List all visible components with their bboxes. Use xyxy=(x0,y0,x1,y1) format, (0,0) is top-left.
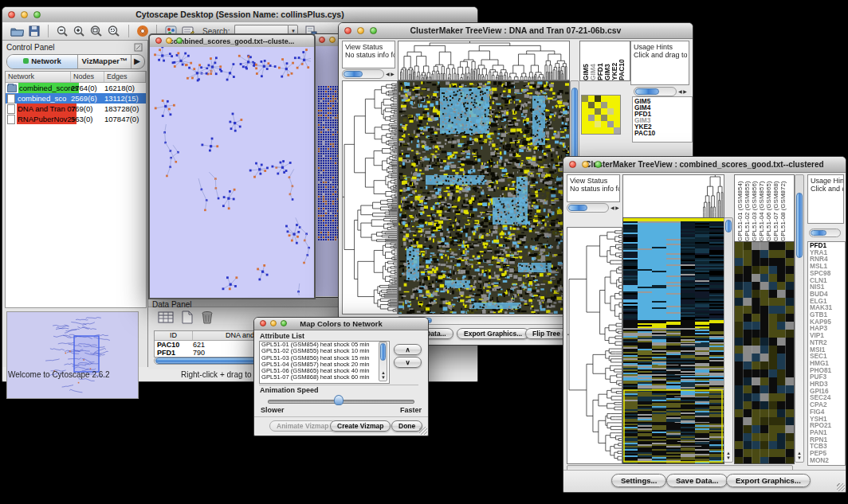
network-overview-panel[interactable] xyxy=(6,311,139,399)
attribute-listbox[interactable]: GPL51-01 (GSM854) heat shock 05 minGPL51… xyxy=(259,341,390,384)
tv1-status-scroll-arrows[interactable]: ◀ ▶ xyxy=(386,72,395,76)
new-attribute-icon[interactable] xyxy=(181,311,194,324)
tv2-zoom-heatmap[interactable] xyxy=(734,241,795,464)
done-button[interactable]: Done xyxy=(391,420,422,432)
slower-label: Slower xyxy=(261,406,285,414)
zoom-in-icon[interactable] xyxy=(73,25,85,37)
attribute-scroll-thumb[interactable] xyxy=(380,343,386,361)
minimize-button[interactable] xyxy=(357,27,364,34)
tv2-settings-button[interactable]: Settings... xyxy=(611,474,666,487)
tv2-global-heatmap[interactable] xyxy=(622,217,724,464)
close-button[interactable] xyxy=(569,161,576,168)
matrix-cell xyxy=(595,127,601,134)
column-label: GPL51-03 (GSM856) xyxy=(751,175,758,241)
tv2-button-bar: Settings... Save Data... Export Graphics… xyxy=(563,470,846,492)
float-panel-icon[interactable] xyxy=(134,43,143,52)
tv1-global-heatmap[interactable] xyxy=(398,80,570,315)
network-list-row[interactable]: RNAPuberNov2+563(0)107847(0) xyxy=(6,114,146,124)
matrix-cell xyxy=(607,127,614,134)
tab-network[interactable]: Network xyxy=(7,55,78,68)
zoom-out-icon[interactable] xyxy=(57,25,69,37)
minimize-button[interactable] xyxy=(270,320,277,326)
matrix-cell xyxy=(582,108,588,115)
zoom-button[interactable] xyxy=(33,11,41,18)
tv1-column-labels[interactable]: GIM5GIM4PFD1GIM3YKE2PAC10 xyxy=(579,41,630,81)
tab-overflow-arrow[interactable]: ▶ xyxy=(132,55,143,68)
folder-icon xyxy=(7,84,17,92)
matrix-cell xyxy=(607,102,614,108)
zoom-button[interactable] xyxy=(595,161,602,168)
close-button[interactable] xyxy=(344,27,351,34)
zoom-button[interactable] xyxy=(281,320,287,326)
network-list-row[interactable]: combined_sco2569(6)13112(15) xyxy=(6,93,146,104)
tv2-column-dendrogram[interactable] xyxy=(622,174,724,219)
zoom-button[interactable] xyxy=(176,37,183,44)
tab-vizmapper[interactable]: VizMapper™ xyxy=(78,55,132,68)
zoom-selected-icon[interactable] xyxy=(108,25,120,37)
tv2-zoom-vscrollbar[interactable]: ▲▼ xyxy=(795,174,804,463)
minimize-button[interactable] xyxy=(21,11,28,18)
minimize-button[interactable] xyxy=(166,37,172,44)
network-list-header[interactable]: Network Nodes Edges xyxy=(6,72,146,83)
move-down-button[interactable]: ∨ xyxy=(394,357,422,368)
delete-attribute-icon[interactable] xyxy=(201,311,214,324)
tv2-usage-scrollbar[interactable] xyxy=(809,229,841,237)
tv2-vscroll-thumb[interactable] xyxy=(725,220,732,232)
speed-slider-thumb[interactable] xyxy=(334,395,344,405)
attribute-select-icon[interactable] xyxy=(158,311,174,324)
column-label: GPL51-01 (GSM854) xyxy=(736,175,744,241)
grid-network-canvas[interactable] xyxy=(318,86,340,241)
network-overview-canvas[interactable] xyxy=(7,312,136,397)
tv1-row-labels[interactable]: GIM5GIM4PFD1GIM3YKE2PAC10 xyxy=(632,96,693,143)
zoom-fit-icon[interactable] xyxy=(90,25,103,37)
column-label: GIM4 xyxy=(589,41,596,80)
main-title-bar[interactable]: Cytoscape Desktop (Session Name: collins… xyxy=(2,7,477,23)
save-session-icon[interactable] xyxy=(29,25,40,37)
tv1-column-dendrogram[interactable] xyxy=(398,41,570,80)
column-label: GPL51-04 (GSM857) xyxy=(758,175,765,241)
matrix-cell xyxy=(582,127,588,134)
network-list-row[interactable]: combined_scores2764(0)16218(0) xyxy=(6,83,146,93)
resize-grip[interactable] xyxy=(419,427,427,435)
zoom-button[interactable] xyxy=(370,27,377,34)
resize-grip[interactable] xyxy=(837,483,845,491)
tv2-row-dendrogram[interactable] xyxy=(567,227,622,464)
tv2-status-scrollbar[interactable] xyxy=(567,203,609,213)
move-up-button[interactable]: ∧ xyxy=(394,344,422,355)
network-canvas[interactable] xyxy=(150,47,311,295)
tv1-zoom-matrix[interactable] xyxy=(581,95,621,135)
open-session-icon[interactable] xyxy=(10,25,24,37)
attribute-list-item[interactable]: GPL51-07 (GSM868) heat shock 60 min xyxy=(260,374,389,381)
tv1-row-dendrogram[interactable] xyxy=(342,80,398,315)
treeview2-title: ClusterMaker TreeView : combined_scores_… xyxy=(585,160,823,169)
close-button[interactable] xyxy=(319,37,325,43)
close-button[interactable] xyxy=(155,37,162,44)
tv2-save-data-button[interactable]: Save Data... xyxy=(666,474,728,487)
close-button[interactable] xyxy=(8,11,15,18)
usage-hints-label: Usage Hints xyxy=(811,177,844,185)
tv2-zoom-vscroll-thumb[interactable] xyxy=(796,193,803,258)
network-list-row[interactable]: DNA and Tran 07769(0)183728(0) xyxy=(6,104,146,114)
matrix-cell xyxy=(588,127,595,134)
create-vizmap-button[interactable]: Create Vizmap xyxy=(330,420,391,432)
tv1-usage-scroll-arrows[interactable]: ◀ ▶ xyxy=(678,89,687,94)
gene-label[interactable]: MON2 xyxy=(808,457,845,464)
tv2-export-graphics-button[interactable]: Export Graphics... xyxy=(726,474,811,487)
map-colors-dialog: Map Colors to Network Attribute List GPL… xyxy=(253,317,429,436)
tv2-status-scroll-arrows[interactable]: ◀ ▶ xyxy=(610,205,619,210)
tv1-export-graphics-button[interactable]: Export Graphics... xyxy=(457,328,529,339)
minimize-button[interactable] xyxy=(329,37,336,43)
tv1-usage-scrollbar[interactable] xyxy=(634,87,677,96)
id-column-header[interactable]: ID xyxy=(155,331,193,340)
close-button[interactable] xyxy=(260,320,266,326)
attribute-list-scrollbar[interactable]: ▲▼ xyxy=(379,342,387,381)
minimize-button[interactable] xyxy=(582,161,589,168)
tv2-heatmap-vscrollbar[interactable]: ▲▼ xyxy=(724,217,733,463)
tv1-status-scrollbar[interactable] xyxy=(342,69,384,79)
matrix-cell xyxy=(588,96,595,102)
control-panel-tabs: Network VizMapper™ ▶ xyxy=(6,54,145,69)
help-icon[interactable] xyxy=(137,25,148,37)
tv2-gene-list[interactable]: PFD1YRA1RNR4MSL1SPC98CLN1NIS1BUD4ELG1MAK… xyxy=(807,241,846,466)
animate-vizmap-button[interactable]: Animate Vizmap xyxy=(269,420,336,432)
tv2-column-labels[interactable]: GPL51-01 (GSM854)GPL51-02 (GSM855)GPL51-… xyxy=(734,174,795,242)
